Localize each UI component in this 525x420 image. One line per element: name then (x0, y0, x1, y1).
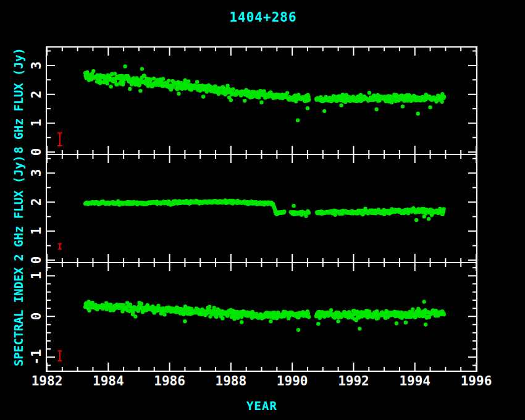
y-tick-label: 0 (29, 256, 44, 264)
y-tick-label: 0 (29, 148, 44, 156)
y-tick-label: 0 (29, 313, 44, 321)
x-tick-label: 1988 (216, 374, 247, 388)
y-tick-label: 2 (29, 198, 44, 206)
x-tick-label: 1984 (93, 374, 124, 388)
y-tick-label: 2 (29, 90, 44, 98)
y-tick-label: 1 (29, 227, 44, 235)
plot-canvas (47, 48, 476, 371)
y-tick-label: 3 (29, 62, 44, 70)
x-tick-label: 1996 (461, 374, 492, 388)
y-tick-label: -1 (29, 350, 44, 365)
y-tick-label: 3 (29, 169, 44, 177)
y-axis-title-2ghz-flux: 2 GHz FLUX (Jy) (12, 155, 25, 261)
y-axis-title-spectral-index: SPECTRAL INDEX (12, 267, 25, 366)
x-tick-label: 1992 (338, 374, 369, 388)
x-tick-label: 1986 (154, 374, 185, 388)
y-tick-label: 1 (29, 272, 44, 280)
screen: 1404+286 8 GHz FLUX (Jy) 2 GHz FLUX (Jy)… (0, 0, 525, 420)
x-tick-label: 1994 (399, 374, 430, 388)
x-axis-title: YEAR (246, 399, 277, 413)
chart-title: 1404+286 (229, 10, 296, 25)
plot-frame (46, 46, 477, 372)
y-tick-label: 1 (29, 119, 44, 127)
y-axis-title-8ghz-flux: 8 GHz FLUX (Jy) (12, 48, 25, 154)
x-tick-label: 1982 (32, 374, 63, 388)
x-tick-label: 1990 (277, 374, 308, 388)
